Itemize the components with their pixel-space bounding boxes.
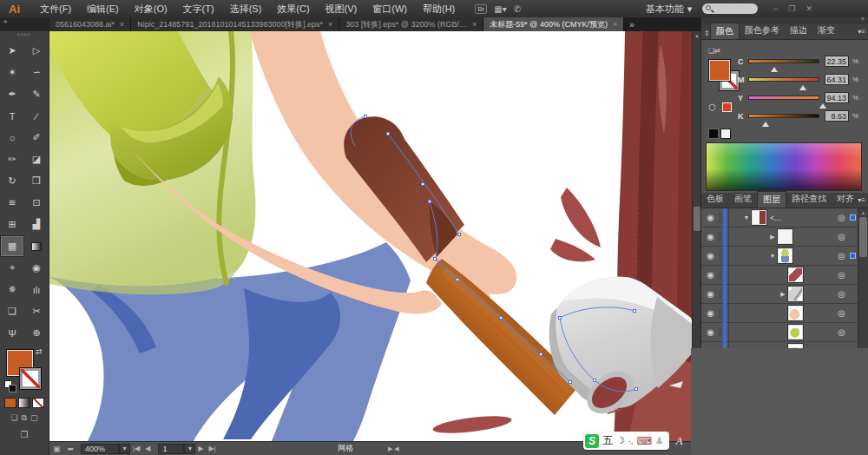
perspective-grid-tool[interactable]: ▟ bbox=[24, 214, 49, 235]
export-icon[interactable]: ➦ bbox=[68, 445, 75, 453]
value-input-Y[interactable]: 94.13 bbox=[825, 92, 849, 103]
shape-builder-tool[interactable]: ⊞ bbox=[0, 214, 24, 235]
rotate-tool[interactable]: ↻ bbox=[0, 170, 24, 192]
workspace-grid-icon[interactable]: ▦▾ bbox=[494, 4, 506, 14]
slider-track-K[interactable] bbox=[748, 114, 819, 118]
hand-tool[interactable]: Ψ bbox=[0, 322, 24, 344]
lasso-tool[interactable]: ∽ bbox=[24, 62, 49, 83]
keyboard-icon[interactable]: ⌨ bbox=[636, 435, 651, 447]
type-tool[interactable]: T bbox=[0, 105, 24, 127]
menu-item-0[interactable]: 文件(F) bbox=[32, 3, 79, 14]
toolbar-grip[interactable]: ▪▪▪▪ bbox=[0, 31, 49, 40]
eye-icon[interactable]: ◉ bbox=[701, 213, 720, 222]
value-input-C[interactable]: 22.35 bbox=[825, 56, 849, 67]
menu-item-2[interactable]: 对象(O) bbox=[127, 3, 175, 14]
none-button[interactable] bbox=[32, 398, 44, 408]
close-icon[interactable]: × bbox=[328, 20, 332, 29]
eyedropper-tool[interactable]: ⌖ bbox=[0, 257, 24, 279]
color-spectrum[interactable] bbox=[706, 142, 862, 191]
layer-row-1[interactable]: ◉▶◎ bbox=[701, 228, 868, 247]
expand-icon[interactable]: ▼ bbox=[767, 253, 778, 259]
tab-颜色[interactable]: 颜色 bbox=[710, 23, 740, 39]
artboard-number-input[interactable]: 1 bbox=[158, 444, 184, 454]
first-artboard-button[interactable]: |◀ bbox=[133, 445, 140, 452]
close-button[interactable]: ✕ bbox=[806, 4, 812, 13]
artboard-tool[interactable]: ❏ bbox=[0, 300, 24, 322]
scrollbar-thumb[interactable] bbox=[859, 217, 867, 257]
expand-icon[interactable]: ▶ bbox=[767, 234, 778, 241]
layer-thumbnail[interactable] bbox=[778, 229, 792, 244]
menu-item-7[interactable]: 窗口(W) bbox=[365, 3, 415, 14]
eye-icon[interactable]: ◉ bbox=[701, 251, 720, 260]
workspace-switcher[interactable]: 基本功能 ▾ bbox=[646, 3, 693, 16]
drawing-mode-0[interactable]: ❏ bbox=[10, 413, 17, 423]
panel-menu-icon[interactable]: ▾≡ bbox=[858, 28, 865, 36]
pen-tool[interactable]: ✒ bbox=[0, 83, 24, 105]
document-tab-3[interactable]: 未标题-59* @ 400% (CMYK/预览)× bbox=[483, 17, 624, 31]
black-white-swatches[interactable] bbox=[708, 129, 731, 140]
layer-thumbnail[interactable] bbox=[752, 210, 766, 225]
tab-画笔[interactable]: 画笔 bbox=[729, 191, 757, 208]
menu-item-4[interactable]: 选择(S) bbox=[222, 3, 270, 14]
panel-collapse-icon[interactable]: ⇕ bbox=[701, 27, 710, 39]
menu-item-3[interactable]: 文字(T) bbox=[175, 3, 222, 14]
prev-artboard-button[interactable]: ◀ bbox=[145, 445, 150, 452]
document-tab-0[interactable]: 05616043088.ai*× bbox=[49, 17, 131, 31]
app-logo[interactable]: Ai bbox=[9, 3, 20, 16]
layer-row-6[interactable]: ◉◎ bbox=[701, 323, 868, 342]
tab-渐变[interactable]: 渐变 bbox=[812, 23, 840, 39]
target-icon[interactable]: ◎ bbox=[838, 251, 845, 260]
ime-toolbar[interactable]: S 五 ☽ ·, ⌨ ♟ A bbox=[583, 432, 683, 450]
width-tool[interactable]: ≋ bbox=[0, 192, 24, 214]
tab-图层[interactable]: 图层 bbox=[757, 191, 786, 208]
eye-icon[interactable]: ◉ bbox=[701, 232, 720, 241]
magic-wand-tool[interactable]: ✶ bbox=[0, 62, 24, 83]
layer-row-5[interactable]: ◉◎ bbox=[701, 304, 868, 323]
document-tab-2[interactable]: 303 [转换].eps* @ 3200% (RGB/…× bbox=[339, 17, 483, 31]
ime-mode-label[interactable]: 五 bbox=[602, 433, 613, 448]
user-icon[interactable]: ♟ bbox=[655, 435, 664, 446]
artboard-canvas[interactable] bbox=[49, 31, 692, 441]
eraser-tool[interactable]: ◪ bbox=[24, 148, 49, 170]
target-icon[interactable]: ◎ bbox=[838, 308, 845, 318]
eye-icon[interactable]: ◉ bbox=[701, 289, 720, 299]
value-input-M[interactable]: 64.31 bbox=[825, 74, 849, 85]
eye-icon[interactable]: ◉ bbox=[701, 270, 720, 280]
slider-track-M[interactable] bbox=[748, 77, 819, 82]
slider-thumb[interactable] bbox=[799, 85, 806, 90]
layer-thumbnail[interactable] bbox=[788, 267, 803, 282]
stroke-color-swatch[interactable] bbox=[20, 368, 41, 389]
ellipse-tool[interactable]: ○ bbox=[0, 127, 24, 148]
slice-tool[interactable]: ✂ bbox=[24, 300, 49, 322]
status-arrows[interactable]: ▶ ◀ bbox=[388, 445, 399, 452]
screen-mode-button[interactable]: ❐ bbox=[0, 430, 49, 439]
target-icon[interactable]: ◎ bbox=[838, 232, 845, 241]
panel-collapse-icon[interactable]: ❝ bbox=[0, 17, 49, 31]
panel-menu-icon[interactable]: ▾≡ bbox=[858, 196, 865, 204]
slider-track-C[interactable] bbox=[748, 59, 819, 63]
menu-item-1[interactable]: 编辑(E) bbox=[79, 3, 127, 14]
swap-fill-stroke-icon[interactable]: ⇄ bbox=[36, 347, 43, 356]
menu-item-6[interactable]: 视图(V) bbox=[318, 3, 365, 14]
sogou-logo-icon[interactable]: S bbox=[585, 434, 599, 448]
direct-selection-tool[interactable]: ▷ bbox=[24, 40, 49, 62]
punctuation-icon[interactable]: ·, bbox=[628, 437, 634, 445]
gradient-tool[interactable] bbox=[24, 235, 49, 257]
tab-对齐[interactable]: 对齐 bbox=[832, 191, 859, 208]
line-segment-tool[interactable]: ∕ bbox=[24, 105, 49, 127]
curvature-tool[interactable]: ✎ bbox=[24, 83, 49, 105]
menu-item-8[interactable]: 帮助(H) bbox=[415, 3, 463, 14]
slider-track-Y[interactable] bbox=[748, 96, 819, 100]
scrollbar-thumb[interactable] bbox=[694, 207, 700, 231]
layer-thumbnail[interactable] bbox=[788, 306, 803, 320]
eye-icon[interactable]: ◉ bbox=[701, 308, 720, 318]
halfwidth-moon-icon[interactable]: ☽ bbox=[616, 435, 625, 446]
mesh-tool[interactable]: ▦ bbox=[0, 235, 24, 257]
layer-row-2[interactable]: ◉▼◎ bbox=[701, 247, 868, 266]
drawing-mode-2[interactable]: ▢ bbox=[30, 413, 38, 423]
layer-thumbnail[interactable] bbox=[788, 325, 803, 340]
column-graph-tool[interactable]: ılı bbox=[24, 279, 49, 300]
target-icon[interactable]: ◎ bbox=[838, 289, 845, 299]
selection-tool[interactable]: ➤ bbox=[0, 40, 24, 62]
paintbrush-tool[interactable]: ✐ bbox=[24, 127, 49, 148]
